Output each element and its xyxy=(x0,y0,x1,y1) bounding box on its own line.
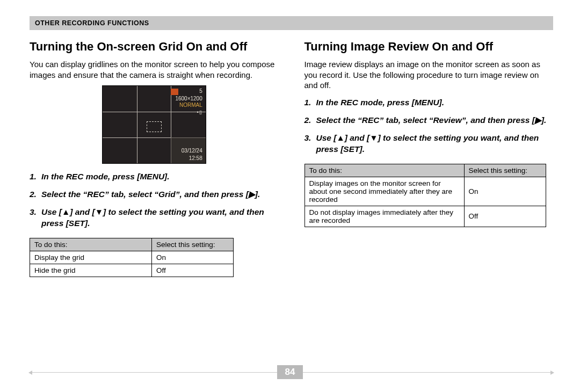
table-header-row: To do this: Select this setting: xyxy=(30,238,234,251)
rec-icon xyxy=(171,89,178,95)
page: OTHER RECORDING FUNCTIONS Turning the On… xyxy=(0,0,580,392)
table-cell: Hide the grid xyxy=(30,264,152,277)
right-step: 2.Select the “REC” tab, select “Review”,… xyxy=(305,115,554,126)
right-step: 3.Use [▲] and [▼] to select the setting … xyxy=(305,133,554,155)
table-header: Select this setting: xyxy=(464,164,546,177)
table-cell: Display the grid xyxy=(30,251,152,264)
right-lead: Image review displays an image on the mo… xyxy=(305,59,554,91)
left-column: Turning the On-screen Grid On and Off Yo… xyxy=(30,40,279,277)
table-cell: Off xyxy=(152,264,234,277)
left-step: 3.Use [▲] and [▼] to select the setting … xyxy=(30,207,279,229)
cam-date: 03/12/24 xyxy=(182,148,202,154)
right-column: Turning Image Review On and Off Image re… xyxy=(305,40,554,277)
cam-time: 12:58 xyxy=(189,155,202,161)
table-header: To do this: xyxy=(30,238,152,251)
content-columns: Turning the On-screen Grid On and Off Yo… xyxy=(30,40,553,277)
left-lead: You can display gridlines on the monitor… xyxy=(30,59,279,80)
left-table: To do this: Select this setting: Display… xyxy=(30,238,234,277)
left-step: 1.In the REC mode, press [MENU]. xyxy=(30,171,279,183)
left-steps: 1.In the REC mode, press [MENU]. 2.Selec… xyxy=(30,171,279,229)
table-cell: Display images on the monitor screen for… xyxy=(305,177,464,206)
grid-v1 xyxy=(137,86,137,163)
cam-res: 1600×1200 xyxy=(175,96,202,101)
section-header-text: OTHER RECORDING FUNCTIONS xyxy=(35,19,149,27)
section-header: OTHER RECORDING FUNCTIONS xyxy=(30,16,553,30)
left-step: 2.Select the “REC” tab, select “Grid”, a… xyxy=(30,189,279,200)
page-number: 84 xyxy=(277,365,303,379)
table-cell: Off xyxy=(464,206,546,227)
focus-frame xyxy=(147,121,162,132)
grid-h1 xyxy=(103,112,206,112)
right-steps: 1.In the REC mode, press [MENU]. 2.Selec… xyxy=(305,97,554,155)
right-title: Turning Image Review On and Off xyxy=(305,40,554,54)
table-cell: On xyxy=(464,177,546,206)
table-header: To do this: xyxy=(305,164,464,177)
table-cell: Do not display images immediately after … xyxy=(305,206,464,227)
card-icon: •▯ xyxy=(197,110,202,115)
left-title: Turning the On-screen Grid On and Off xyxy=(30,40,279,54)
table-row: Do not display images immediately after … xyxy=(305,206,546,227)
camera-preview: 5 1600×1200 NORMAL •▯ 03/12/24 12:58 xyxy=(102,85,206,164)
table-cell: On xyxy=(152,251,234,264)
cam-count: 5 xyxy=(199,88,202,94)
right-table: To do this: Select this setting: Display… xyxy=(305,164,546,227)
table-row: Hide the grid Off xyxy=(30,264,234,277)
right-step: 1.In the REC mode, press [MENU]. xyxy=(305,97,554,108)
cam-quality: NORMAL xyxy=(179,102,202,108)
table-row: Display the grid On xyxy=(30,251,234,264)
table-row: Display images on the monitor screen for… xyxy=(305,177,546,206)
table-header-row: To do this: Select this setting: xyxy=(305,164,546,177)
table-header: Select this setting: xyxy=(152,238,234,251)
